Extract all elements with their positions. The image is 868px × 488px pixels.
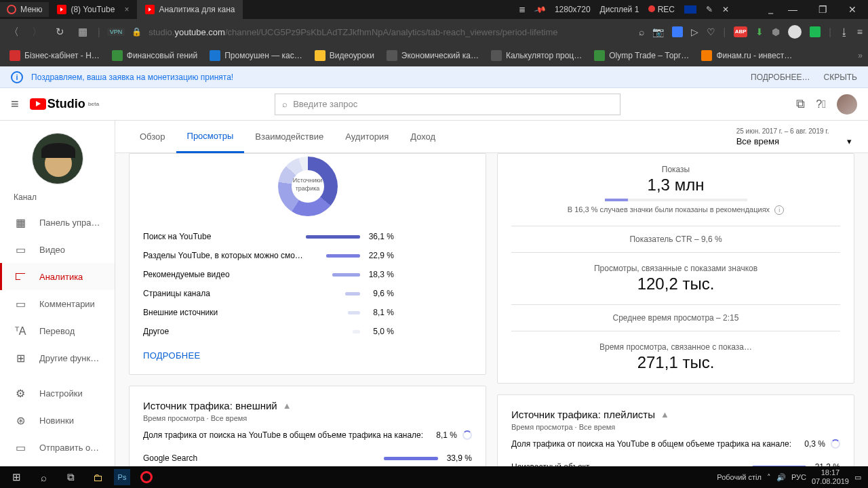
sidebar-item-videos[interactable]: ▭Видео xyxy=(0,236,115,263)
share-label: Доля трафика от поиска на YouTube в обще… xyxy=(511,439,804,449)
start-button[interactable]: ⊞ xyxy=(3,466,30,488)
reload-button[interactable]: ↻ xyxy=(52,24,68,40)
help-icon[interactable]: ?⃝ xyxy=(816,98,826,110)
menu-icon[interactable]: ≡ xyxy=(857,26,863,37)
chevron-up-icon[interactable]: ˄ xyxy=(767,473,771,482)
analytics-icon: ⫍ xyxy=(14,270,27,283)
tab-audience[interactable]: Аудитория xyxy=(334,121,399,153)
sidebar-item-dashboard[interactable]: ▦Панель управления xyxy=(0,209,115,236)
pencil-icon[interactable]: ✎ xyxy=(706,5,713,14)
downloads-icon[interactable]: ⭳ xyxy=(840,26,849,37)
tab-reach[interactable]: Просмотры xyxy=(176,121,245,153)
tab-overview[interactable]: Обзор xyxy=(129,121,176,153)
profile-avatar[interactable] xyxy=(788,25,802,39)
url-display[interactable]: studio.youtube.com/channel/UCG5Pz9PsKbLA… xyxy=(149,27,557,37)
watchtime-label: Время просмотра, связанное с показа… xyxy=(511,342,840,352)
menu-icon[interactable]: ⎯ xyxy=(768,5,773,14)
minimize-button[interactable]: — xyxy=(783,4,803,15)
source-row[interactable]: Google Search33,9 % xyxy=(143,448,472,468)
source-row[interactable]: Страницы канала9,6 % xyxy=(143,284,472,303)
sidebar-item-translations[interactable]: ᵀAПеревод xyxy=(0,317,115,344)
heart-icon[interactable]: ♡ xyxy=(707,26,715,37)
bookmark-item[interactable]: Olymp Trade – Торг… xyxy=(590,48,693,63)
speed-dial-icon[interactable]: ▦ xyxy=(75,24,91,40)
gear-icon: ⚙ xyxy=(14,386,27,400)
extension-icon[interactable]: ⬢ xyxy=(772,26,780,37)
clock[interactable]: 18:1707.08.2019 xyxy=(812,468,849,486)
sidebar-item-feedback[interactable]: ▭Отправить отзыв xyxy=(0,434,115,461)
opera-icon[interactable] xyxy=(133,466,160,488)
lock-icon: 🔒 xyxy=(132,27,142,37)
pin-icon[interactable]: 📌 xyxy=(533,3,547,16)
bookmark-item[interactable]: Промоушен — кас… xyxy=(205,48,307,63)
bookmark-item[interactable]: Финансовый гений xyxy=(108,48,201,63)
bookmark-item[interactable]: Бізнес-кабінет - Н… xyxy=(5,48,104,63)
notification-banner: i Поздравляем, ваша заявка на монетизаци… xyxy=(0,66,868,88)
dimensions-label: 868x488 xyxy=(555,5,591,14)
desktop-label[interactable]: Робочий стіл xyxy=(717,473,762,481)
recommendations-text: В 16,3 % случаев значки были показаны в … xyxy=(568,205,770,214)
photoshop-icon[interactable]: Ps xyxy=(114,469,130,485)
sidebar: Канал ▦Панель управления ▭Видео ⫍Аналити… xyxy=(0,121,115,488)
sidebar-item-settings[interactable]: ⚙Настройки xyxy=(0,380,115,407)
bookmarks-overflow[interactable]: » xyxy=(858,51,863,60)
bookmark-item[interactable]: Калькулятор проц… xyxy=(487,48,586,63)
notification-hide-button[interactable]: СКРЫТЬ xyxy=(824,73,858,82)
close-rec-icon[interactable]: ✕ xyxy=(722,5,729,14)
abp-icon[interactable]: ABP xyxy=(734,26,747,37)
maximize-button[interactable]: ❐ xyxy=(812,4,833,15)
more-button[interactable]: ПОДРОБНЕЕ xyxy=(143,341,472,361)
search-button[interactable]: ⌕ xyxy=(30,466,57,488)
browser-tab-youtube[interactable]: (8) YouTube × xyxy=(49,0,137,19)
search-input[interactable]: ⌕ Введите запрос xyxy=(275,94,620,115)
notification-more-button[interactable]: ПОДРОБНЕЕ… xyxy=(751,73,810,82)
taskview-button[interactable]: ⧉ xyxy=(57,466,84,488)
forward-button[interactable]: 〉 xyxy=(28,24,45,40)
notifications-icon[interactable]: ▭ xyxy=(854,473,861,482)
source-row[interactable]: Рекомендуемые видео18,3 % xyxy=(143,265,472,284)
extension-icon[interactable] xyxy=(810,26,821,37)
close-button[interactable]: ✕ xyxy=(842,4,863,15)
sidebar-item-analytics[interactable]: ⫍Аналитика xyxy=(0,263,115,290)
play-icon[interactable]: ▷ xyxy=(691,26,698,37)
source-row[interactable]: Поиск на YouTube36,1 % xyxy=(143,227,472,246)
tab-revenue[interactable]: Доход xyxy=(399,121,446,153)
extension-icon[interactable] xyxy=(672,26,683,37)
channel-avatar[interactable] xyxy=(32,133,83,184)
studio-logo[interactable]: Studiobeta xyxy=(30,97,99,111)
donut-chart: Источникитрафика xyxy=(278,157,338,216)
create-icon[interactable]: ⧉ xyxy=(796,97,805,111)
bookmark-item[interactable]: Видеоуроки xyxy=(311,48,378,63)
sidebar-item-comments[interactable]: ▭Комментарии xyxy=(0,290,115,317)
camera-icon[interactable]: 📷 xyxy=(652,26,664,37)
explorer-icon[interactable]: 🗀 xyxy=(84,466,111,488)
chevron-down-icon: ▾ xyxy=(847,136,852,146)
share-label: Доля трафика от поиска на YouTube в обще… xyxy=(143,430,436,440)
browser-tab-analytics[interactable]: Аналитика для кана xyxy=(137,0,243,19)
bookmark-item[interactable]: Экономический ка… xyxy=(382,48,483,63)
period-selector[interactable]: 25 июн. 2017 г. – 6 авг. 2019 г. Все вре… xyxy=(736,127,852,146)
hamburger-icon[interactable]: ≡ xyxy=(11,96,19,112)
source-row[interactable]: Внешние источники8,1 % xyxy=(143,303,472,322)
sidebar-item-whatsnew[interactable]: ⊛Новинки xyxy=(0,407,115,434)
volume-icon[interactable]: 🔊 xyxy=(776,473,786,482)
tab-engagement[interactable]: Взаимодействие xyxy=(244,121,334,153)
opera-menu-button[interactable]: Меню xyxy=(0,2,49,17)
language-indicator[interactable]: РУС xyxy=(791,473,806,481)
hamburger-icon[interactable]: ≣ xyxy=(519,5,526,14)
eu-flag-icon[interactable] xyxy=(684,5,696,14)
close-icon[interactable]: × xyxy=(124,5,129,14)
search-icon[interactable]: ⌕ xyxy=(639,26,644,37)
avatar[interactable] xyxy=(837,94,857,115)
source-row[interactable]: Другое5,0 % xyxy=(143,322,472,341)
vpn-badge[interactable]: VPN xyxy=(107,28,125,36)
external-traffic-card: Источник трафика: внешний ▲ Время просмо… xyxy=(129,386,486,472)
sidebar-item-other[interactable]: ⊞Другие функции xyxy=(0,344,115,371)
bookmark-item[interactable]: Финам.ru - инвест… xyxy=(697,48,796,63)
bookmarks-bar: Бізнес-кабінет - Н… Финансовый гений Про… xyxy=(0,45,868,66)
back-button[interactable]: 〈 xyxy=(5,24,22,40)
traffic-sources-card: Источникитрафика Поиск на YouTube36,1 %Р… xyxy=(129,153,486,375)
source-row[interactable]: Разделы YouTube, в которых можно смотрет… xyxy=(143,246,472,265)
download-icon[interactable]: ⬇ xyxy=(755,26,764,37)
info-icon[interactable]: i xyxy=(774,205,784,215)
